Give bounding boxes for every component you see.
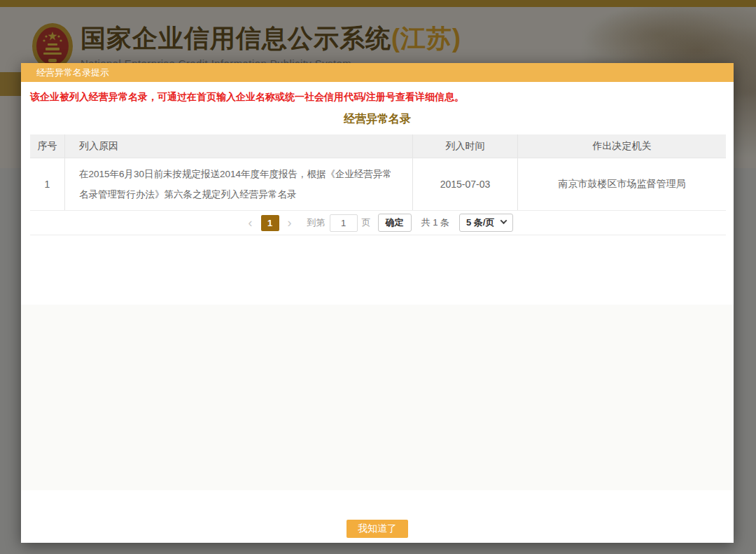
table-title: 经营异常名录 (21, 112, 734, 127)
abnormal-operations-modal: 经营异常名录提示 该企业被列入经营异常名录，可通过在首页输入企业名称或统一社会信… (21, 63, 734, 543)
faint-underlying-content (21, 305, 734, 490)
cell-date: 2015-07-03 (413, 158, 518, 210)
page-size-value: 5 条/页 (466, 216, 494, 229)
page-number-input[interactable] (330, 214, 358, 232)
next-page-icon[interactable]: › (282, 215, 298, 230)
acknowledge-button[interactable]: 我知道了 (346, 520, 408, 538)
goto-page-label: 到第 (307, 216, 326, 229)
pagination: ‹ 1 › 到第 页 确定 共 1 条 5 条/页 (30, 211, 726, 235)
column-header-index: 序号 (30, 134, 65, 158)
modal-title: 经营异常名录提示 (36, 67, 109, 79)
table-row: 1 在2015年6月30日前未按规定报送2014年度年度报告，根据《企业经营异常… (30, 158, 726, 211)
column-header-reason: 列入原因 (65, 134, 413, 158)
page-unit-label: 页 (362, 216, 371, 229)
cell-reason: 在2015年6月30日前未按规定报送2014年度年度报告，根据《企业经营异常名录… (65, 158, 413, 210)
confirm-page-button[interactable]: 确定 (378, 214, 412, 232)
modal-header: 经营异常名录提示 (21, 63, 734, 82)
cell-index: 1 (30, 158, 65, 210)
page-size-select[interactable]: 5 条/页 (459, 214, 513, 232)
page-root: 国家企业信用信息公示系统(江苏) National Enterprise Cre… (0, 0, 756, 554)
page-1-button[interactable]: 1 (261, 215, 279, 231)
column-header-date: 列入时间 (413, 134, 518, 158)
chevron-down-icon (500, 217, 507, 224)
total-count-label: 共 1 条 (421, 216, 449, 229)
abnormal-list-table: 序号 列入原因 列入时间 作出决定机关 1 在2015年6月30日前未按规定报送… (30, 134, 726, 235)
table-header-row: 序号 列入原因 列入时间 作出决定机关 (30, 134, 726, 158)
prev-page-icon[interactable]: ‹ (243, 215, 258, 230)
warning-text: 该企业被列入经营异常名录，可通过在首页输入企业名称或统一社会信用代码/注册号查看… (30, 90, 723, 104)
cell-authority: 南京市鼓楼区市场监督管理局 (518, 158, 726, 210)
column-header-authority: 作出决定机关 (518, 134, 726, 158)
